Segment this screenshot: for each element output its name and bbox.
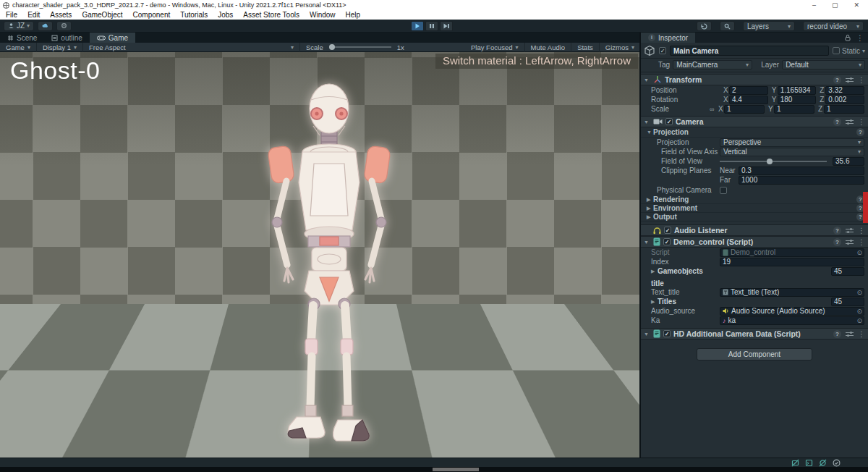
camera-enabled-checkbox[interactable]: ✓ (665, 118, 673, 125)
help-icon[interactable]: ? (833, 118, 841, 126)
services-button[interactable] (56, 21, 72, 31)
gameobject-name-field[interactable]: Main Camera (670, 46, 829, 56)
kebab-menu-icon[interactable]: ⋮ (858, 227, 865, 235)
scrollbar-thumb[interactable] (433, 468, 479, 471)
layer-dropdown[interactable]: Default ▾ (782, 60, 865, 69)
menu-assets[interactable]: Assets (50, 11, 72, 19)
lock-icon[interactable] (845, 34, 851, 41)
rendering-foldout[interactable]: ▶ Rendering ? (641, 195, 868, 204)
fov-slider-knob[interactable] (767, 159, 773, 164)
pause-button[interactable] (425, 21, 438, 31)
projection-foldout[interactable]: ▼ Projection ? (641, 127, 868, 138)
kebab-menu-icon[interactable]: ⋮ (858, 330, 865, 338)
preset-icon[interactable] (846, 239, 854, 245)
status-notify-icon[interactable] (819, 459, 827, 467)
restore-button[interactable]: ▢ (832, 1, 838, 9)
scale-slider-knob[interactable] (329, 44, 335, 50)
tag-dropdown[interactable]: MainCamera ▾ (673, 60, 752, 69)
object-picker-icon[interactable]: ⊙ (856, 249, 862, 256)
kebab-menu-icon[interactable]: ⋮ (856, 34, 864, 42)
transform-header[interactable]: ▼ Transform ? ⋮ (641, 74, 868, 85)
scale-slider[interactable] (329, 46, 391, 48)
audio-listener-header[interactable]: ✓ Audio Listener ? ⋮ (641, 224, 868, 236)
position-y-field[interactable]: 1.165934 (778, 86, 817, 95)
stats-toggle[interactable]: Stats (571, 43, 600, 52)
menu-tutorials[interactable]: Tutorials (180, 11, 208, 19)
output-foldout[interactable]: ▶ Output ? (641, 213, 868, 222)
minimize-button[interactable]: – (812, 1, 816, 9)
menu-jobs[interactable]: Jobs (218, 11, 233, 19)
foldout-icon[interactable]: ▼ (644, 119, 650, 125)
menu-component[interactable]: Component (133, 11, 171, 19)
foldout-icon[interactable]: ▶ (651, 299, 658, 305)
mute-audio-toggle[interactable]: Mute Audio (525, 43, 572, 52)
record-video-dropdown[interactable]: record video ▾ (803, 21, 864, 31)
foldout-icon[interactable]: ▼ (644, 240, 650, 245)
position-z-field[interactable]: 3.32 (825, 86, 864, 95)
undo-history-button[interactable] (697, 21, 712, 31)
aspect-dropdown[interactable]: Free Aspect ▾ (83, 43, 300, 52)
tab-scene[interactable]: Scene (0, 33, 44, 43)
status-console-icon[interactable] (805, 459, 813, 467)
gameobjects-count-field[interactable]: 45 (831, 267, 864, 276)
next-material-arrow[interactable]: › (626, 423, 633, 446)
ka-field[interactable]: ♪ ka ⊙ (720, 316, 864, 325)
active-checkbox[interactable]: ✓ (659, 47, 666, 54)
object-picker-icon[interactable]: ⊙ (856, 317, 862, 324)
static-dropdown[interactable]: Static ▾ (833, 47, 865, 55)
object-picker-icon[interactable]: ⊙ (856, 289, 862, 296)
fov-field[interactable]: 35.6 (833, 157, 864, 166)
kebab-menu-icon[interactable]: ⋮ (858, 76, 865, 84)
scale-x-field[interactable]: 1 (724, 105, 765, 114)
object-picker-icon[interactable]: ⊙ (856, 308, 862, 315)
help-icon[interactable]: ? (833, 227, 841, 235)
game-mode-dropdown[interactable]: Game ▾ (0, 43, 37, 52)
menu-help[interactable]: Help (346, 11, 361, 19)
menu-file[interactable]: File (6, 11, 17, 19)
help-icon[interactable]: ? (856, 128, 864, 136)
hd-camera-data-header[interactable]: ▼ ✓ HD Additional Camera Data (Script) ?… (641, 328, 868, 340)
camera-header[interactable]: ▼ ✓ Camera ? ⋮ (641, 116, 868, 127)
foldout-icon[interactable]: ▶ (651, 269, 658, 274)
cloud-button[interactable] (38, 21, 53, 31)
demo-control-checkbox[interactable]: ✓ (663, 238, 671, 245)
layers-dropdown[interactable]: Layers ▾ (743, 21, 795, 31)
help-icon[interactable]: ? (833, 76, 841, 84)
help-icon[interactable]: ? (833, 238, 841, 246)
display-dropdown[interactable]: Display 1 ▾ (37, 43, 83, 52)
menu-asset-store-tools[interactable]: Asset Store Tools (243, 11, 299, 19)
scale-z-field[interactable]: 1 (824, 105, 864, 114)
near-field[interactable]: 0.3 (739, 167, 864, 175)
foldout-icon[interactable]: ▼ (644, 77, 650, 83)
preset-icon[interactable] (846, 227, 854, 234)
menu-window[interactable]: Window (310, 11, 336, 19)
status-mute-icon[interactable] (791, 459, 799, 467)
fov-slider[interactable] (720, 161, 827, 162)
index-field[interactable]: 19 (720, 258, 864, 266)
titles-count-field[interactable]: 45 (831, 298, 864, 306)
step-button[interactable] (440, 21, 453, 31)
menu-gameobject[interactable]: GameObject (82, 11, 122, 19)
kebab-menu-icon[interactable]: ⋮ (858, 118, 865, 126)
search-button[interactable] (720, 21, 735, 31)
kebab-menu-icon[interactable]: ⋮ (858, 238, 865, 246)
scale-y-field[interactable]: 1 (774, 105, 814, 114)
position-x-field[interactable]: 2 (729, 86, 768, 95)
rotation-x-field[interactable]: 4.4 (729, 96, 768, 104)
play-focused-dropdown[interactable]: Play Focused ▾ (465, 43, 525, 52)
progress-check-icon[interactable] (833, 459, 841, 467)
static-checkbox[interactable] (833, 47, 840, 54)
foldout-icon[interactable]: ▼ (644, 332, 650, 337)
preset-icon[interactable] (846, 119, 854, 125)
rotation-y-field[interactable]: 180 (778, 96, 817, 104)
tab-outline[interactable]: outline (44, 33, 89, 43)
environment-foldout[interactable]: ▶ Environment ? (641, 204, 868, 213)
scale-link-icon[interactable]: ∞ (710, 106, 718, 113)
physical-camera-checkbox[interactable] (720, 187, 727, 194)
help-icon[interactable]: ? (833, 330, 841, 338)
audio-listener-checkbox[interactable]: ✓ (664, 227, 671, 234)
add-component-button[interactable]: Add Component (697, 348, 812, 361)
tab-game[interactable]: Game (90, 33, 135, 43)
tab-inspector[interactable]: i Inspector (641, 33, 695, 43)
gizmos-dropdown[interactable]: Gizmos ▾ (600, 43, 640, 52)
